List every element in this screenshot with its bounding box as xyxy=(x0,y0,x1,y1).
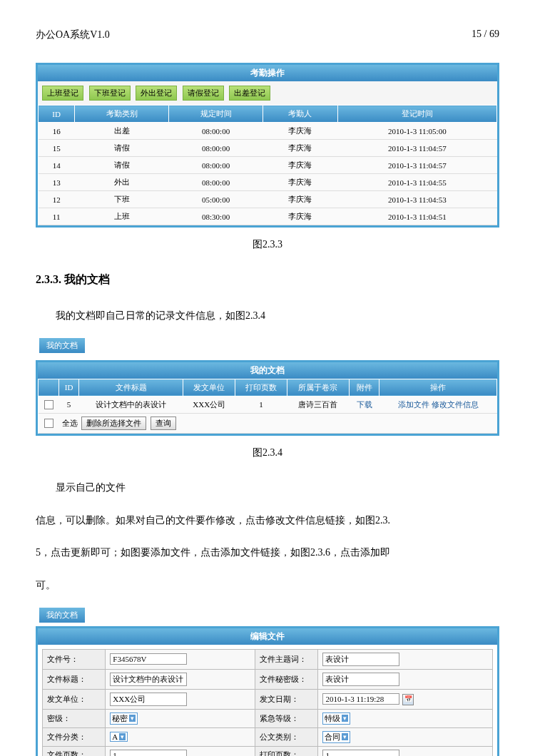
secret-label: 文件秘密级： xyxy=(255,669,318,689)
subject-input[interactable]: 表设计 xyxy=(322,653,399,666)
col-id: ID xyxy=(59,379,79,396)
btn-checkin[interactable]: 上班登记 xyxy=(42,86,83,101)
col-pages: 打印页数 xyxy=(235,379,287,396)
col-person: 考勤人 xyxy=(263,106,338,123)
col-ops: 操作 xyxy=(379,379,497,396)
ops-links[interactable]: 添加文件 修改文件信息 xyxy=(379,396,497,413)
btn-out[interactable]: 外出登记 xyxy=(136,86,177,101)
all-checkbox[interactable] xyxy=(44,419,54,428)
urgent-select[interactable]: 特级▾ xyxy=(322,712,350,725)
page-number: 15 / 69 xyxy=(472,29,499,41)
secret-input[interactable]: 表设计 xyxy=(322,673,399,686)
col-check xyxy=(39,379,59,396)
query-button[interactable]: 查询 xyxy=(151,417,176,430)
paragraph: 我的文档即自己日常的记录文件信息，如图2.3.4 xyxy=(36,305,499,327)
col-type: 考勤类别 xyxy=(75,106,169,123)
table-row: 12下班05:00:00李庆海2010-1-3 11:04:53 xyxy=(39,191,497,208)
btn-trip[interactable]: 出差登记 xyxy=(229,86,270,101)
attendance-panel: 考勤操作 上班登记 下班登记 外出登记 请假登记 出差登记 ID 考勤类别 规定… xyxy=(36,63,499,228)
tab-mydoc[interactable]: 我的文档 xyxy=(39,338,85,353)
table-footer: 全选 删除所选择文件 查询 xyxy=(39,413,497,433)
title-input[interactable]: 设计文档中的表设计 xyxy=(110,673,187,686)
btn-leave[interactable]: 请假登记 xyxy=(183,86,224,101)
tab-mydoc[interactable]: 我的文档 xyxy=(39,608,85,623)
urgent-label: 紧急等级： xyxy=(255,709,318,727)
table-row: 5 设计文档中的表设计 XXX公司 1 唐诗三百首 下载 添加文件 修改文件信息 xyxy=(39,396,497,413)
paragraph: 5，点击更新即可；如图要添加文件，点击添加文件链接，如图2.3.6，点击添加即 xyxy=(36,542,499,564)
pages-label: 文件页数： xyxy=(43,746,106,756)
btn-checkout[interactable]: 下班登记 xyxy=(89,86,131,101)
panel-title: 我的文档 xyxy=(38,362,497,379)
edit-file-panel: 编辑文件 文件号： F345678V 文件主题词： 表设计 文件标题： 设计文档… xyxy=(36,626,499,756)
paragraph: 信息，可以删除。如果对自己的文件要作修改，点击修改文件信息链接，如图2.3. xyxy=(36,510,499,532)
category-label: 文件分类： xyxy=(43,727,106,746)
date-label: 发文日期： xyxy=(255,689,318,709)
button-row: 上班登记 下班登记 外出登记 请假登记 出差登记 xyxy=(38,81,497,105)
category-select[interactable]: A▾ xyxy=(110,732,128,742)
chevron-down-icon: ▾ xyxy=(342,733,348,740)
panel-title: 考勤操作 xyxy=(38,65,497,81)
unit-input[interactable]: XXX公司 xyxy=(110,693,187,706)
table-row: 14请假08:00:00李庆海2010-1-3 11:04:57 xyxy=(39,157,497,174)
download-link[interactable]: 下载 xyxy=(350,396,379,413)
table-row: 16出差08:00:00李庆海2010-1-3 11:05:00 xyxy=(39,123,497,140)
seclvl-label: 密级： xyxy=(43,709,106,727)
fileno-input[interactable]: F345678V xyxy=(110,653,187,665)
unit-label: 发文单位： xyxy=(43,689,106,709)
paragraph: 显示自己的文件 xyxy=(36,477,499,499)
panel-title: 编辑文件 xyxy=(38,628,497,645)
doc-table: ID 文件标题 发文单位 打印页数 所属于卷宗 附件 操作 5 设计文档中的表设… xyxy=(38,379,497,434)
table-row: 15请假08:00:00李庆海2010-1-3 11:04:57 xyxy=(39,140,497,157)
calendar-icon[interactable]: 📅 xyxy=(402,694,414,705)
mydoc-panel: 我的文档 ID 文件标题 发文单位 打印页数 所属于卷宗 附件 操作 5 设计文… xyxy=(36,360,499,436)
fileno-label: 文件号： xyxy=(43,649,106,669)
table-row: 11上班08:30:00李庆海2010-1-3 11:04:51 xyxy=(39,208,497,225)
date-input[interactable]: 2010-1-3 11:19:28 xyxy=(322,693,399,705)
attendance-table: ID 考勤类别 规定时间 考勤人 登记时间 16出差08:00:00李庆海201… xyxy=(38,105,497,225)
col-unit: 发文单位 xyxy=(183,379,235,396)
col-attach: 附件 xyxy=(350,379,379,396)
col-time: 规定时间 xyxy=(169,106,263,123)
col-title: 文件标题 xyxy=(79,379,183,396)
figure-caption: 图2.3.4 xyxy=(36,446,499,459)
printpg-label: 打印页数： xyxy=(255,746,318,756)
table-row: 13外出08:00:00李庆海2010-1-3 11:04:55 xyxy=(39,174,497,191)
col-folder: 所属于卷宗 xyxy=(287,379,349,396)
col-id: ID xyxy=(39,106,75,123)
row-checkbox[interactable] xyxy=(44,400,54,409)
pages-input[interactable]: 1 xyxy=(110,750,187,756)
chevron-down-icon: ▾ xyxy=(129,715,136,722)
form-table: 文件号： F345678V 文件主题词： 表设计 文件标题： 设计文档中的表设计… xyxy=(42,649,493,756)
seclvl-select[interactable]: 秘密▾ xyxy=(110,712,138,725)
chevron-down-icon: ▾ xyxy=(342,715,348,722)
select-all-label: 全选 xyxy=(62,419,78,427)
chevron-down-icon: ▾ xyxy=(119,733,126,740)
doc-title: 办公OA系统V1.0 xyxy=(36,29,414,41)
paragraph: 可。 xyxy=(36,575,499,597)
section-heading: 2.3.3. 我的文档 xyxy=(36,272,499,287)
delete-button[interactable]: 删除所选择文件 xyxy=(81,417,146,430)
col-regtime: 登记时间 xyxy=(337,106,496,123)
subject-label: 文件主题词： xyxy=(255,649,318,669)
printpg-input[interactable]: 1 xyxy=(322,750,399,756)
doctype-select[interactable]: 合同▾ xyxy=(322,731,350,743)
doctype-label: 公文类别： xyxy=(255,727,318,746)
title-label: 文件标题： xyxy=(43,669,106,689)
figure-caption: 图2.3.3 xyxy=(36,238,499,251)
